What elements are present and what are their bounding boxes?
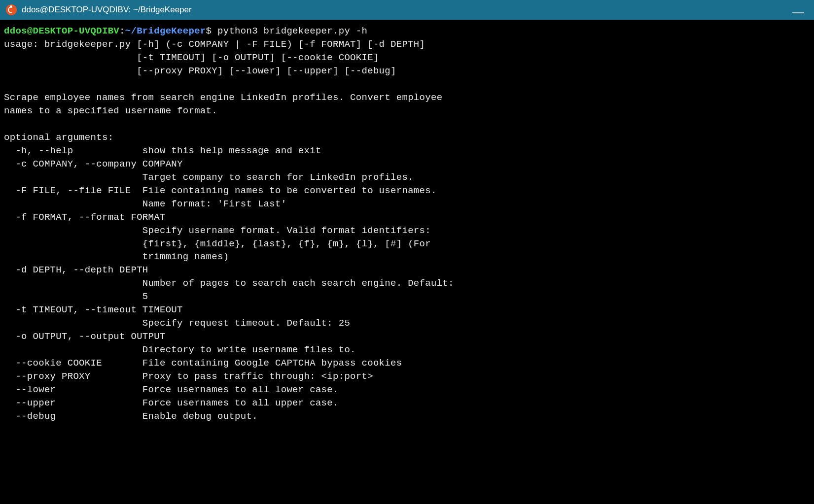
window-title: ddos@DESKTOP-UVQDIBV: ~/BridgeKeeper — [22, 5, 192, 15]
output-line-24: --cookie COOKIE File containing Google C… — [4, 358, 402, 369]
output-line-14: Specify username format. Valid format id… — [4, 225, 431, 236]
output-line-25: --proxy PROXY Proxy to pass traffic thro… — [4, 371, 373, 382]
output-line-12: Name format: 'First Last' — [4, 199, 286, 209]
output-line-16: trimming names) — [4, 251, 229, 262]
minimize-button[interactable]: — — [788, 5, 808, 15]
ubuntu-logo-icon — [6, 4, 17, 15]
output-line-20: -t TIMEOUT, --timeout TIMEOUT — [4, 304, 183, 315]
output-line-4: Scrape employee names from search engine… — [4, 92, 442, 103]
output-line-23: Directory to write username files to. — [4, 344, 356, 355]
output-line-0: usage: bridgekeeper.py [-h] (-c COMPANY … — [4, 39, 425, 50]
command-text: python3 bridgekeeper.py -h — [217, 26, 367, 36]
output-line-8: -h, --help show this help message and ex… — [4, 145, 321, 156]
output-line-27: --upper Force usernames to all upper cas… — [4, 398, 339, 408]
prompt-dollar: $ — [206, 26, 212, 36]
output-line-13: -f FORMAT, --format FORMAT — [4, 212, 166, 223]
output-line-22: -o OUTPUT, --output OUTPUT — [4, 331, 166, 342]
output-line-7: optional arguments: — [4, 132, 113, 143]
output-line-19: 5 — [4, 291, 148, 302]
output-line-5: names to a specified username format. — [4, 105, 217, 116]
output-line-1: [-t TIMEOUT] [-o OUTPUT] [--cookie COOKI… — [4, 52, 379, 63]
prompt-user-host: ddos@DESKTOP-UVQDIBV — [4, 26, 119, 36]
output-line-2: [--proxy PROXY] [--lower] [--upper] [--d… — [4, 66, 396, 76]
prompt-path-tilde: ~ — [125, 26, 131, 36]
output-line-18: Number of pages to search each search en… — [4, 278, 454, 289]
titlebar-left: ddos@DESKTOP-UVQDIBV: ~/BridgeKeeper — [6, 4, 192, 15]
output-line-17: -d DEPTH, --depth DEPTH — [4, 265, 148, 275]
prompt-path-rest: /BridgeKeeper — [131, 26, 206, 36]
output-line-21: Specify request timeout. Default: 25 — [4, 318, 350, 329]
prompt-colon: : — [119, 26, 125, 36]
output-line-10: Target company to search for LinkedIn pr… — [4, 172, 414, 183]
output-line-11: -F FILE, --file FILE File containing nam… — [4, 185, 437, 196]
output-line-28: --debug Enable debug output. — [4, 411, 258, 422]
terminal-content[interactable]: ddos@DESKTOP-UVQDIBV:~/BridgeKeeper$ pyt… — [0, 20, 814, 428]
output-line-9: -c COMPANY, --company COMPANY — [4, 159, 183, 169]
output-line-26: --lower Force usernames to all lower cas… — [4, 384, 339, 395]
window-titlebar: ddos@DESKTOP-UVQDIBV: ~/BridgeKeeper — — [0, 0, 814, 20]
output-line-15: {first}, {middle}, {last}, {f}, {m}, {l}… — [4, 238, 431, 249]
